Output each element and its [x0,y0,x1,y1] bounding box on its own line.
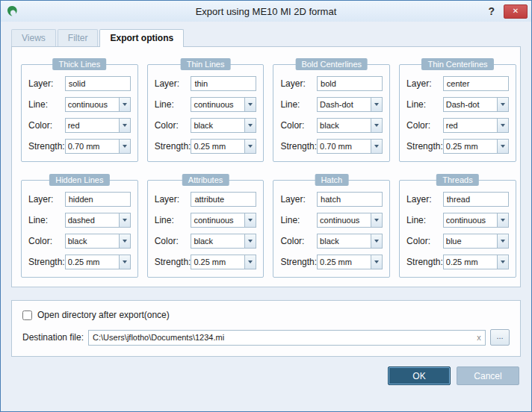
layer-input[interactable] [443,192,509,207]
chevron-down-icon[interactable] [244,98,256,111]
ok-button[interactable]: OK [388,366,451,385]
color-dropdown[interactable] [317,234,383,249]
color-label: Color: [280,236,304,246]
chevron-down-icon[interactable] [371,255,382,269]
layer-input[interactable] [443,76,509,91]
line-dropdown-value[interactable] [318,98,371,111]
strength-label: Strength: [28,141,65,152]
browse-button[interactable]: ... [490,329,510,346]
chevron-down-icon[interactable] [244,234,256,248]
color-dropdown-value[interactable] [444,119,497,132]
chevron-down-icon[interactable] [244,119,256,132]
titlebar[interactable]: Export using ME10 MI 2D format ? ✕ [1,1,531,22]
chevron-down-icon[interactable] [497,213,508,227]
chevron-down-icon[interactable] [244,213,256,227]
strength-dropdown-value[interactable] [318,255,371,269]
chevron-down-icon[interactable] [371,98,382,111]
strength-dropdown[interactable] [65,139,131,154]
color-dropdown-value[interactable] [66,234,119,248]
line-dropdown-value[interactable] [66,98,119,111]
color-dropdown-value[interactable] [444,234,497,248]
chevron-down-icon[interactable] [371,234,382,248]
chevron-down-icon[interactable] [497,119,508,132]
chevron-down-icon[interactable] [497,140,508,153]
line-dropdown-value[interactable] [444,213,497,227]
layer-input[interactable] [65,76,131,91]
chevron-down-icon[interactable] [371,140,382,153]
layer-input[interactable] [317,76,383,91]
color-dropdown-value[interactable] [191,119,244,132]
layer-label: Layer: [406,194,431,205]
line-dropdown[interactable] [443,97,509,112]
chevron-down-icon[interactable] [497,98,508,111]
color-dropdown[interactable] [443,234,509,249]
layer-input[interactable] [317,192,383,207]
layer-input[interactable] [191,76,256,91]
line-dropdown[interactable] [443,213,509,228]
color-dropdown-value[interactable] [191,234,244,248]
line-label: Line: [155,99,174,110]
clear-input-button[interactable]: x [473,331,485,345]
tab-views[interactable]: Views [11,29,56,46]
color-dropdown-value[interactable] [318,119,371,132]
line-dropdown[interactable] [317,97,383,112]
color-dropdown[interactable] [65,118,131,133]
layer-input[interactable] [191,192,256,207]
strength-dropdown[interactable] [191,255,256,269]
open-directory-option[interactable]: Open directory after export(once) [22,310,510,320]
strength-dropdown-value[interactable] [318,140,371,153]
line-dropdown[interactable] [65,213,131,228]
strength-dropdown-value[interactable] [444,255,497,269]
tab-filter[interactable]: Filter [58,29,99,46]
line-dropdown[interactable] [317,213,383,228]
line-dropdown[interactable] [191,213,256,228]
color-dropdown[interactable] [191,118,256,133]
group-threads: Threads Layer: Line: Color: [399,180,516,278]
line-dropdown[interactable] [191,97,256,112]
strength-dropdown-value[interactable] [66,255,119,269]
chevron-down-icon[interactable] [119,213,130,227]
line-dropdown-value[interactable] [191,213,244,227]
line-dropdown-value[interactable] [444,98,497,111]
help-button[interactable]: ? [485,5,498,17]
close-button[interactable]: ✕ [504,4,528,19]
cancel-button[interactable]: Cancel [457,366,519,385]
chevron-down-icon[interactable] [244,255,256,269]
line-dropdown[interactable] [65,97,131,112]
line-dropdown-value[interactable] [191,98,244,111]
color-dropdown-value[interactable] [318,234,371,248]
chevron-down-icon[interactable] [119,255,130,269]
open-directory-checkbox[interactable] [22,310,32,320]
line-dropdown-value[interactable] [318,213,371,227]
color-dropdown[interactable] [443,118,509,133]
group-hatch: Hatch Layer: Line: Color: [273,180,390,278]
destination-file-input[interactable] [88,330,486,346]
chevron-down-icon[interactable] [371,213,382,227]
chevron-down-icon[interactable] [119,234,130,248]
strength-dropdown[interactable] [443,255,509,269]
chevron-down-icon[interactable] [119,98,130,111]
strength-dropdown-value[interactable] [191,140,244,153]
chevron-down-icon[interactable] [119,140,130,153]
strength-dropdown-value[interactable] [191,255,244,269]
chevron-down-icon[interactable] [497,234,508,248]
strength-dropdown-value[interactable] [444,140,497,153]
chevron-down-icon[interactable] [371,119,382,132]
layer-input[interactable] [65,192,131,207]
color-dropdown[interactable] [191,234,256,249]
strength-dropdown[interactable] [65,255,131,269]
chevron-down-icon[interactable] [497,255,508,269]
line-dropdown-value[interactable] [66,213,119,227]
color-dropdown[interactable] [317,118,383,133]
line-label: Line: [280,99,300,110]
strength-dropdown-value[interactable] [66,140,119,153]
strength-dropdown[interactable] [317,255,383,269]
chevron-down-icon[interactable] [119,119,130,132]
color-dropdown[interactable] [65,234,131,249]
strength-dropdown[interactable] [317,139,383,154]
strength-dropdown[interactable] [191,139,256,154]
color-dropdown-value[interactable] [66,119,119,132]
strength-dropdown[interactable] [443,139,509,154]
chevron-down-icon[interactable] [244,140,256,153]
tab-export-options[interactable]: Export options [99,29,184,47]
